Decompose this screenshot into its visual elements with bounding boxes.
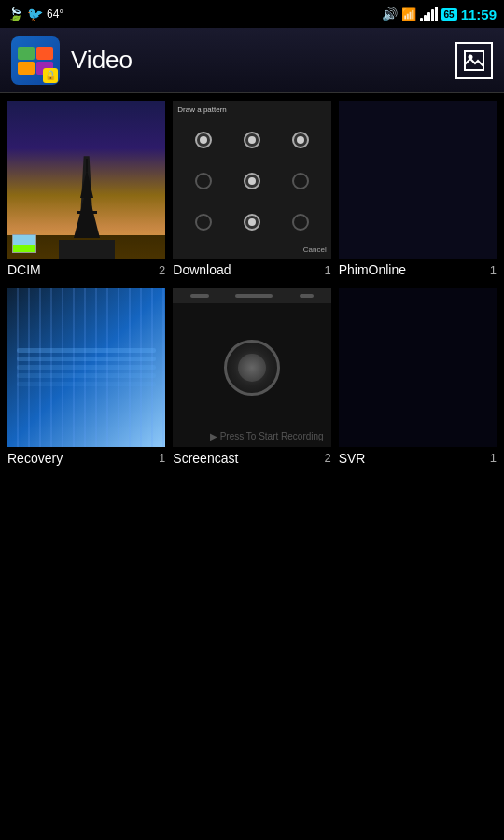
grid-item-svr[interactable]: SVR 1 (339, 288, 497, 469)
page-title: Video (71, 46, 133, 75)
folder-name-recovery: Recovery (7, 451, 63, 466)
thumbnail-dcim (7, 101, 165, 259)
lock-icon: 🔒 (43, 68, 58, 83)
download-inner: Draw a pattern Cancel (173, 101, 330, 259)
folder-name-dcim: DCIM (7, 262, 41, 277)
image-icon (464, 50, 484, 71)
app-header: 🔒 Video (0, 28, 504, 93)
leaf-icon: 🍃 (7, 7, 23, 21)
draw-pattern-label: Draw a pattern (177, 105, 226, 114)
volume-icon: 🔊 (382, 7, 398, 21)
eiffel-midbar (77, 211, 97, 214)
dot-7 (195, 214, 212, 231)
app-icon: 🔒 (11, 36, 60, 85)
folder-name-screencast: Screencast (173, 451, 238, 466)
dot-2 (244, 132, 260, 148)
wifi-icon: 📶 (401, 7, 416, 21)
small-photo (12, 234, 36, 253)
battery-indicator: 65 (441, 8, 457, 21)
icon-thumb-1 (18, 47, 35, 60)
dot-1 (195, 132, 212, 148)
icon-thumb-2 (36, 47, 53, 60)
grid-item-phim[interactable]: PhimOnline 1 (339, 101, 497, 281)
pattern-dot-grid (177, 119, 326, 244)
grid-label-download: Download 1 (173, 259, 330, 281)
grid-item-recovery[interactable]: Recovery 1 (7, 288, 165, 469)
clock: 11:59 (461, 7, 497, 22)
dot-3 (292, 132, 309, 148)
status-bar-right: 🔊 📶 65 11:59 (382, 7, 497, 22)
folder-name-download: Download (173, 262, 231, 277)
folder-count-phim: 1 (490, 263, 497, 277)
folder-count-dcim: 2 (159, 263, 165, 277)
dot-6 (292, 173, 309, 189)
screencast-topbar (173, 288, 330, 303)
eiffel-antenna (86, 159, 88, 172)
video-grid: DCIM 2 Draw a pattern Cancel (0, 93, 504, 477)
grid-item-screencast[interactable]: ▶ Press To Start Recording Screencast 2 (173, 288, 330, 469)
status-bar: 🍃 🐦 64° 🔊 📶 65 11:59 (0, 0, 504, 28)
screencast-text: ▶ Press To Start Recording (210, 431, 324, 441)
signal-icon (420, 7, 438, 21)
folder-count-download: 1 (324, 263, 330, 277)
status-bar-left: 🍃 🐦 64° (7, 7, 63, 21)
grid-item-dcim[interactable]: DCIM 2 (7, 101, 165, 281)
cancel-label: Cancel (303, 245, 327, 254)
thumbnail-phim (339, 101, 497, 259)
dot-5 (244, 173, 260, 189)
temperature-text: 64° (47, 7, 63, 21)
thumbnail-download: Draw a pattern Cancel (173, 101, 330, 259)
grid-label-phim: PhimOnline 1 (339, 259, 497, 281)
thumbnail-screencast: ▶ Press To Start Recording (173, 288, 330, 446)
eiffel-top (80, 170, 93, 198)
screencast-inner-circle (238, 354, 266, 382)
dot-4 (195, 173, 212, 189)
folder-count-svr: 1 (490, 451, 497, 465)
folder-count-recovery: 1 (159, 451, 165, 465)
grid-item-download[interactable]: Draw a pattern Cancel Download 1 (173, 101, 330, 281)
folder-count-screencast: 2 (324, 451, 330, 465)
icon-thumb-3 (18, 62, 35, 75)
screencast-logo (224, 340, 280, 396)
grid-label-dcim: DCIM 2 (7, 259, 165, 281)
image-button[interactable] (455, 42, 493, 79)
grid-label-recovery: Recovery 1 (7, 447, 165, 469)
header-left: 🔒 Video (11, 36, 133, 85)
folder-name-svr: SVR (339, 451, 366, 466)
bird-icon: 🐦 (27, 7, 43, 21)
folder-name-phim: PhimOnline (339, 262, 406, 277)
keyboard-visual (7, 288, 165, 446)
thumbnail-svr (339, 288, 497, 446)
dot-9 (292, 214, 309, 231)
grid-label-svr: SVR 1 (339, 447, 497, 469)
grid-label-screencast: Screencast 2 (173, 447, 330, 469)
dot-8 (244, 214, 260, 231)
thumbnail-recovery (7, 288, 165, 446)
